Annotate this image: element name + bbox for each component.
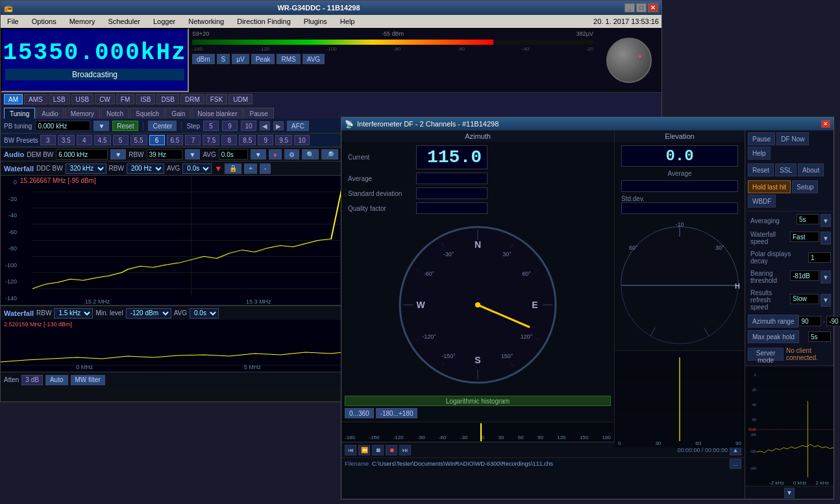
bw-4[interactable]: 4: [77, 135, 92, 145]
bearing-dropdown[interactable]: ▼: [821, 270, 831, 283]
hold-last-hit-btn[interactable]: Hold last hit: [748, 180, 791, 193]
tab-pause[interactable]: Pause: [243, 108, 273, 119]
zoom-out[interactable]: 🔎: [321, 149, 338, 160]
peak-button[interactable]: Peak: [251, 54, 275, 64]
atten-value[interactable]: 3 dB: [21, 375, 43, 385]
step-down-btn[interactable]: ◀: [260, 121, 270, 130]
auto-button[interactable]: Auto: [45, 375, 68, 385]
server-mode-btn[interactable]: Server mode: [748, 348, 784, 361]
maximize-button[interactable]: □: [636, 3, 647, 12]
mode-udm[interactable]: UDM: [229, 94, 253, 104]
tuning-knob[interactable]: [606, 38, 652, 83]
menu-scheduler[interactable]: Scheduler: [104, 17, 144, 26]
tab-squelch[interactable]: Squelch: [130, 108, 165, 119]
df-now-btn[interactable]: DF Now: [776, 132, 809, 145]
tab-noise-blanker[interactable]: Noise blanker: [191, 108, 243, 119]
wf1-lock[interactable]: 🔒: [225, 163, 241, 174]
bw-8[interactable]: 8: [221, 135, 237, 145]
dem-bw-dropdown[interactable]: ▼: [110, 149, 126, 160]
mode-fm[interactable]: FM: [116, 94, 134, 104]
s-button[interactable]: S: [217, 54, 230, 64]
wbdf-btn[interactable]: WBDF: [748, 195, 776, 208]
settings-btn[interactable]: ⚙: [284, 149, 299, 160]
mode-am[interactable]: AM: [4, 94, 23, 104]
az-to-input[interactable]: [826, 316, 840, 326]
menu-direction-finding[interactable]: Direction Finding: [233, 17, 295, 26]
reset-button[interactable]: Reset: [112, 121, 138, 131]
mw-filter-button[interactable]: MW filter: [71, 375, 105, 385]
az-range-btn[interactable]: Azimuth range: [748, 315, 798, 328]
tab-memory[interactable]: Memory: [65, 108, 100, 119]
bw-3-5[interactable]: 3.5: [58, 135, 75, 145]
mode-cw[interactable]: CW: [95, 94, 115, 104]
menu-memory[interactable]: Memory: [66, 17, 99, 26]
center-button[interactable]: Center: [148, 121, 177, 131]
reset-btn[interactable]: Reset: [748, 163, 774, 176]
df-scroll-down[interactable]: ▼: [784, 488, 795, 498]
step-up-btn[interactable]: ▶: [273, 121, 284, 130]
menu-options[interactable]: Options: [28, 17, 60, 26]
bw-6[interactable]: 6: [149, 135, 165, 145]
wf2-avg-select[interactable]: 0.0s: [190, 308, 219, 318]
mode-dsb[interactable]: DSB: [156, 94, 179, 104]
log-histogram-btn[interactable]: Logarithmic histogram: [345, 396, 611, 406]
mode-usb[interactable]: USB: [71, 94, 94, 104]
menu-networking[interactable]: Networking: [184, 17, 228, 26]
avg-input[interactable]: [219, 149, 248, 160]
menu-logger[interactable]: Logger: [149, 17, 179, 26]
tab-tuning[interactable]: Tuning: [4, 108, 35, 119]
ddc-bw-select[interactable]: 320 kHz: [66, 163, 106, 174]
avg-button[interactable]: AVG: [303, 54, 325, 64]
std-dev-input[interactable]: [416, 187, 488, 199]
about-btn[interactable]: About: [798, 163, 824, 176]
player-next[interactable]: ⏭: [399, 445, 411, 455]
mode-fsk[interactable]: FSK: [206, 94, 227, 104]
wf1-avg-select[interactable]: 0.0s: [182, 163, 212, 174]
player-record[interactable]: ⏺: [386, 445, 397, 455]
step-9[interactable]: 9: [222, 121, 238, 131]
afc-button[interactable]: AFC: [287, 121, 309, 131]
mode-isb[interactable]: ISB: [136, 94, 155, 104]
dbm-button[interactable]: dBm: [192, 54, 215, 64]
minimize-button[interactable]: _: [624, 3, 635, 12]
wf-speed-input[interactable]: [790, 232, 819, 242]
wf2-min-select[interactable]: -120 dBm: [126, 308, 171, 318]
step-10[interactable]: 10: [241, 121, 256, 131]
averaging-input[interactable]: [797, 214, 819, 224]
bw-4-5[interactable]: 4.5: [94, 135, 111, 145]
polar-decay-input[interactable]: [808, 252, 831, 263]
range-360-btn[interactable]: 0...360: [345, 408, 374, 418]
dem-bw-input[interactable]: [56, 149, 108, 160]
wf1-rbw-select[interactable]: 200 Hz: [127, 163, 164, 174]
filename-browse[interactable]: ...: [730, 459, 741, 469]
bw-10[interactable]: 10: [294, 135, 310, 145]
bw-7-5[interactable]: 7.5: [203, 135, 219, 145]
rms-button[interactable]: RMS: [277, 54, 300, 64]
wf2-rbw-select[interactable]: 1.5 kHz: [54, 308, 93, 318]
tab-gain[interactable]: Gain: [166, 108, 191, 119]
wf1-zoom-out[interactable]: -: [260, 163, 271, 174]
wf1-zoom-in[interactable]: +: [244, 163, 257, 174]
zoom-in[interactable]: 🔍: [302, 149, 319, 160]
mode-ams[interactable]: AMS: [24, 94, 47, 104]
help-btn[interactable]: Help: [748, 147, 771, 160]
max-peak-btn[interactable]: Max peak hold: [748, 330, 799, 343]
average-input[interactable]: [416, 173, 488, 184]
step-5[interactable]: 5: [203, 121, 219, 131]
bearing-input[interactable]: [790, 270, 819, 281]
menu-file[interactable]: File: [3, 17, 23, 26]
pb-dropdown-btn[interactable]: ▼: [93, 121, 109, 131]
menu-plugins[interactable]: Plugins: [300, 17, 331, 26]
elevation-std-input[interactable]: [621, 202, 738, 214]
quality-input[interactable]: [416, 202, 488, 214]
pause-btn[interactable]: Pause: [748, 132, 775, 145]
elevation-average-input[interactable]: [621, 180, 738, 192]
bw-3[interactable]: 3: [40, 135, 56, 145]
bw-7[interactable]: 7: [185, 135, 201, 145]
averaging-dropdown[interactable]: ▼: [821, 214, 831, 227]
bw-5[interactable]: 5: [113, 135, 129, 145]
frequency-value[interactable]: 15350.000kHz: [3, 40, 186, 66]
player-rewind[interactable]: ⏪: [358, 445, 370, 455]
max-peak-input[interactable]: [808, 331, 831, 342]
bw-8-5[interactable]: 8.5: [239, 135, 256, 145]
